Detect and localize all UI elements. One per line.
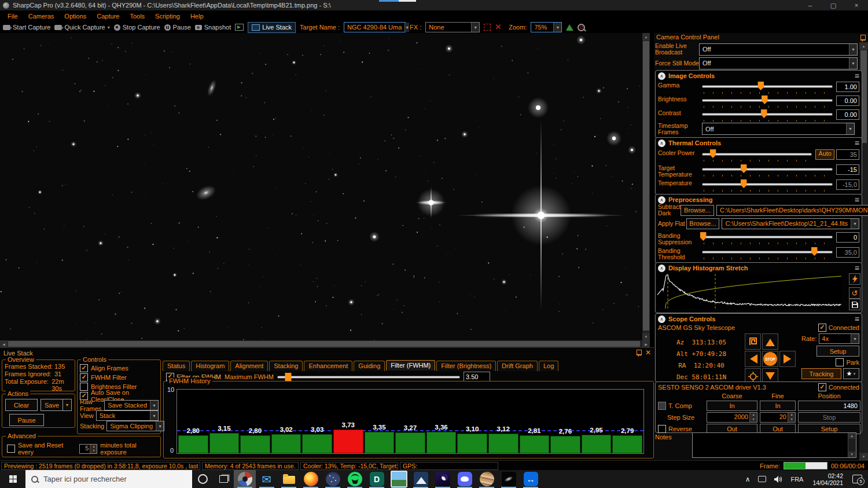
scope-connected-checkbox[interactable]: Connected xyxy=(818,324,859,332)
taskbar-app-explorer[interactable] xyxy=(278,470,300,488)
collapse-icon[interactable]: ∧ xyxy=(658,140,665,147)
snapshot-button[interactable]: Snapshot xyxy=(195,24,231,31)
slew-up-button[interactable] xyxy=(762,333,778,350)
quick-capture-button[interactable]: Quick Capture ▾ xyxy=(54,24,109,31)
coarse-step-spinner[interactable]: 2000 ▲▼ xyxy=(707,412,757,423)
taskbar-app-nightsky[interactable] xyxy=(432,470,454,488)
timestamp-frames-dropdown[interactable]: Off▼ xyxy=(702,123,855,135)
clear-selection-icon[interactable]: ✕ xyxy=(495,24,501,30)
stop-capture-button[interactable]: Stop Capture xyxy=(114,24,160,31)
tracking-button[interactable]: Tracking xyxy=(801,368,841,379)
enable-live-broadcast-dropdown[interactable]: Off ▼ xyxy=(699,43,858,56)
auto-stretch-icon[interactable] xyxy=(849,273,860,285)
scroll-left-icon[interactable]: ◀ xyxy=(0,340,8,347)
taskbar-app-spotify[interactable] xyxy=(344,470,366,488)
tab-log[interactable]: Log xyxy=(539,361,558,371)
brightness-value[interactable]: 0.00 xyxy=(836,96,859,106)
save-dropdown-icon[interactable]: ▼ xyxy=(62,399,72,411)
notification-center-button[interactable]: 5 xyxy=(849,470,866,488)
collapse-icon[interactable]: ∧ xyxy=(658,196,665,204)
tab-filter-fwhm[interactable]: Filter (FWHM) xyxy=(386,360,435,370)
notes-scrollbar[interactable]: ▲ ▼ xyxy=(848,433,856,457)
cooler-power-slider-thumb[interactable] xyxy=(710,149,716,158)
scroll-up-icon[interactable]: ▲ xyxy=(642,33,650,41)
align-frames-checkbox[interactable]: Align Frames xyxy=(78,363,160,372)
subtract-dark-dropdown[interactable]: C:\Users\SharkFleet\Desktop\darks\QHY290… xyxy=(716,205,868,216)
taskbar-app-photosviewer[interactable] xyxy=(388,470,410,488)
scroll-down-icon[interactable]: ▼ xyxy=(859,453,868,460)
notes-textarea[interactable]: ▲ ▼ xyxy=(692,432,856,458)
slew-left-button[interactable] xyxy=(745,351,761,367)
tray-expand-icon[interactable]: ∧ xyxy=(742,470,754,488)
contrast-value[interactable]: 0.00 xyxy=(836,109,859,120)
group-menu-icon[interactable]: ≡ xyxy=(855,140,859,146)
tab-stacking[interactable]: Stacking xyxy=(269,361,303,371)
target-temperature-slider[interactable] xyxy=(702,164,833,178)
pause-stack-button[interactable]: Pause xyxy=(9,414,44,426)
banding-threshold-slider-thumb[interactable] xyxy=(811,247,818,256)
cooler-power-value[interactable]: 35 xyxy=(836,149,859,160)
menu-capture[interactable]: Capture xyxy=(91,12,124,21)
horizontal-scroll-thumb[interactable] xyxy=(8,341,640,347)
scroll-right-icon[interactable]: ▶ xyxy=(642,340,650,347)
collapse-icon[interactable]: ∧ xyxy=(658,265,665,272)
view-dropdown[interactable]: Stack▼ xyxy=(96,410,159,421)
cooler-power-auto-button[interactable]: Auto xyxy=(815,149,834,160)
reset-stretch-icon[interactable]: ↺ xyxy=(849,287,860,299)
folder-monitor-icon[interactable] xyxy=(235,24,244,31)
focuser-connected-checkbox[interactable]: Connected xyxy=(818,383,859,391)
live-stack-button[interactable]: Live Stack xyxy=(248,22,296,33)
contrast-slider-thumb[interactable] xyxy=(761,109,767,118)
group-menu-icon[interactable]: ≡ xyxy=(855,265,859,271)
language-indicator[interactable]: FRA xyxy=(787,470,807,488)
banding-threshold-slider[interactable] xyxy=(702,247,833,260)
force-still-mode-dropdown[interactable]: Off ▼ xyxy=(699,57,858,69)
spinner-arrows-icon[interactable]: ▲▼ xyxy=(788,413,795,422)
tab-histogram[interactable]: Histogram xyxy=(191,361,229,371)
vertical-scrollbar[interactable]: ▲ ▼ xyxy=(642,33,650,340)
slew-stop-button[interactable]: STOP xyxy=(762,351,778,367)
start-button[interactable] xyxy=(0,470,25,488)
target-temperature-value[interactable]: -15 xyxy=(836,164,859,175)
close-dock-icon[interactable]: ✕ xyxy=(645,348,651,357)
zoom-dropdown[interactable]: 75% ▼ xyxy=(531,22,562,32)
apply-flat-browse-button[interactable]: Browse... xyxy=(686,218,720,229)
cortana-button[interactable] xyxy=(192,470,213,488)
tab-status[interactable]: Status xyxy=(163,361,190,371)
fine-step-spinner[interactable]: 20 ▲▼ xyxy=(760,412,796,423)
max-fwhm-slider-thumb[interactable] xyxy=(285,373,291,381)
brightness-slider[interactable] xyxy=(702,95,833,109)
goto-star-button[interactable]: ★ ▼ xyxy=(843,368,859,379)
save-reset-checkbox[interactable] xyxy=(7,445,15,453)
apply-flat-dropdown[interactable]: C:\Users\SharkFleet\Desktop\21_21_44.fit… xyxy=(722,218,859,229)
gamma-value[interactable]: 1.00 xyxy=(836,82,859,92)
raw-frames-dropdown[interactable]: Save Stacked▼ xyxy=(104,400,159,410)
spinner-arrows-icon[interactable]: ▲▼ xyxy=(749,413,757,422)
banding-suppression-value[interactable]: 0 xyxy=(836,232,859,243)
tab-guiding[interactable]: Guiding xyxy=(354,361,385,371)
volume-icon[interactable] xyxy=(771,470,786,488)
coarse-in-button[interactable]: In xyxy=(707,401,757,411)
save-stretch-icon[interactable] xyxy=(849,299,860,310)
rate-dropdown[interactable]: 4x ▼ xyxy=(819,333,859,344)
minimize-button[interactable]: – xyxy=(799,0,822,10)
horizontal-scrollbar[interactable]: ◀ ▶ xyxy=(0,340,650,347)
menu-options[interactable]: Options xyxy=(59,12,91,21)
clock[interactable]: 02:42 14/04/2021 xyxy=(808,472,848,486)
spinner-arrows-icon[interactable]: ▲▼ xyxy=(90,445,97,453)
temperature-value[interactable]: -15,0 xyxy=(836,179,859,190)
target-name-dropdown[interactable]: NGC 4290-84 Uma ▼ xyxy=(344,22,406,32)
taskbar-app-photos[interactable] xyxy=(410,470,432,488)
clear-button[interactable]: Clear xyxy=(5,399,38,411)
stacking-dropdown[interactable]: Sigma Clipping▼ xyxy=(106,421,164,431)
taskbar-app-mail[interactable]: ✉ xyxy=(256,470,278,488)
taskbar-search-input[interactable]: Taper ici pour rechercher xyxy=(25,470,192,488)
pin-icon[interactable] xyxy=(637,350,642,357)
histogram-icon[interactable] xyxy=(566,24,573,31)
t-comp-checkbox[interactable]: T. Comp xyxy=(658,401,704,411)
gamma-slider[interactable] xyxy=(702,81,833,95)
close-button[interactable]: × xyxy=(845,0,868,10)
taskbar-app-planet[interactable] xyxy=(476,470,498,488)
taskbar-app-discord[interactable] xyxy=(454,470,476,488)
tab-drift-graph[interactable]: Drift Graph xyxy=(497,361,538,371)
